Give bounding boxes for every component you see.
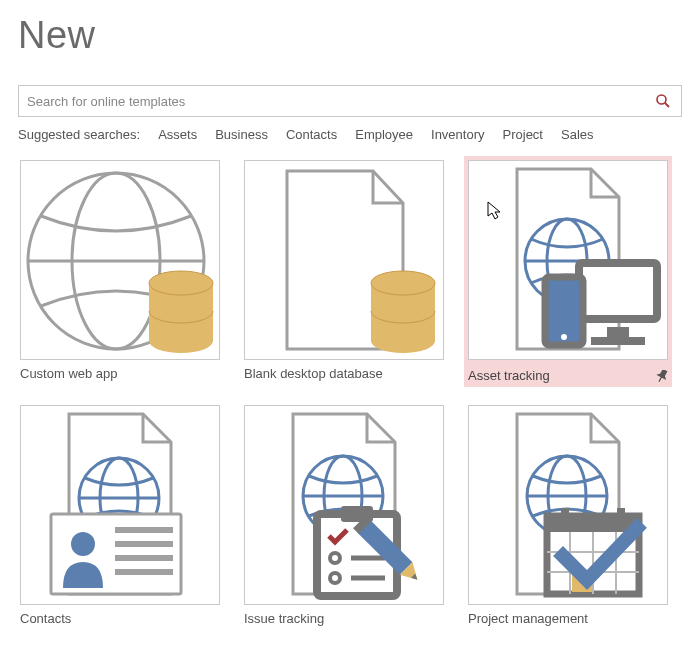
pin-icon[interactable] — [656, 370, 668, 382]
template-grid: Custom web app — [18, 160, 682, 626]
svg-point-26 — [71, 532, 95, 556]
svg-rect-50 — [617, 508, 625, 522]
search-button[interactable] — [653, 91, 673, 111]
svg-line-1 — [665, 103, 669, 107]
project-mgmt-icon — [469, 406, 667, 604]
svg-point-0 — [657, 95, 666, 104]
svg-point-7 — [149, 329, 213, 353]
svg-rect-18 — [591, 337, 645, 345]
template-contacts[interactable]: Contacts — [20, 405, 220, 626]
suggested-link-employee[interactable]: Employee — [355, 127, 413, 142]
template-label: Custom web app — [20, 366, 118, 381]
suggested-link-contacts[interactable]: Contacts — [286, 127, 337, 142]
svg-rect-17 — [607, 327, 629, 337]
template-thumb — [20, 405, 220, 605]
suggested-link-assets[interactable]: Assets — [158, 127, 197, 142]
template-issue-tracking[interactable]: Issue tracking — [244, 405, 444, 626]
template-thumb — [244, 160, 444, 360]
svg-point-21 — [561, 334, 567, 340]
suggested-searches: Suggested searches: Assets Business Cont… — [18, 127, 682, 142]
svg-rect-49 — [561, 508, 569, 522]
template-label: Asset tracking — [468, 368, 550, 383]
suggested-label: Suggested searches: — [18, 127, 140, 142]
template-asset-tracking[interactable]: Asset tracking — [468, 160, 668, 383]
page-title: New — [18, 14, 682, 57]
suggested-link-sales[interactable]: Sales — [561, 127, 594, 142]
template-label: Project management — [468, 611, 588, 626]
template-label: Blank desktop database — [244, 366, 383, 381]
svg-point-11 — [371, 329, 435, 353]
svg-rect-48 — [547, 516, 639, 532]
search-box[interactable] — [18, 85, 682, 117]
template-thumb — [244, 405, 444, 605]
template-custom-web-app[interactable]: Custom web app — [20, 160, 220, 383]
issue-tracking-icon — [245, 406, 443, 604]
asset-tracking-icon — [469, 161, 667, 359]
template-label: Contacts — [20, 611, 71, 626]
contacts-icon — [21, 406, 219, 604]
globe-db-icon — [21, 161, 219, 359]
template-thumb — [468, 160, 668, 360]
svg-rect-16 — [579, 263, 657, 319]
template-thumb — [468, 405, 668, 605]
search-icon — [655, 93, 671, 109]
template-blank-db[interactable]: Blank desktop database — [244, 160, 444, 383]
template-project-mgmt[interactable]: Project management — [468, 405, 668, 626]
doc-db-icon — [245, 161, 443, 359]
suggested-link-business[interactable]: Business — [215, 127, 268, 142]
svg-rect-20 — [551, 285, 577, 329]
search-input[interactable] — [27, 94, 653, 109]
suggested-link-project[interactable]: Project — [503, 127, 543, 142]
template-thumb — [20, 160, 220, 360]
suggested-link-inventory[interactable]: Inventory — [431, 127, 484, 142]
template-label: Issue tracking — [244, 611, 324, 626]
